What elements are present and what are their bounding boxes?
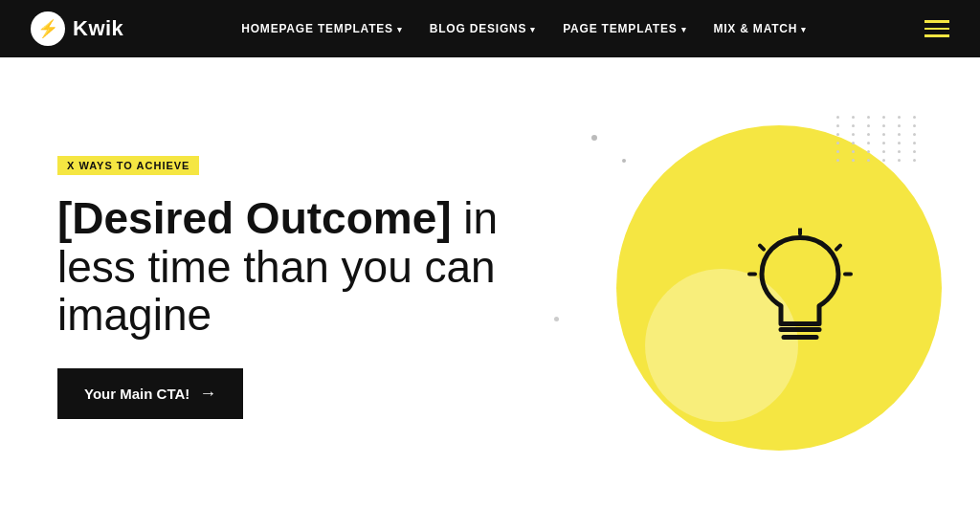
dot xyxy=(852,150,855,153)
hamburger-menu-button[interactable] xyxy=(924,20,949,37)
dot xyxy=(867,116,870,119)
dot xyxy=(836,159,839,162)
svg-line-4 xyxy=(836,245,840,249)
hero-badge: X WAYS TO ACHIEVE xyxy=(57,156,199,175)
logo-area: ⚡ Kwik xyxy=(31,11,123,46)
dot-pattern xyxy=(836,116,923,192)
chevron-down-icon: ▾ xyxy=(801,25,807,34)
chevron-down-icon: ▾ xyxy=(530,25,536,34)
navbar: ⚡ Kwik HOMEPAGE TEMPLATES ▾ BLOG DESIGNS… xyxy=(0,0,980,57)
dot xyxy=(913,159,916,162)
dot xyxy=(852,159,855,162)
nav-item-homepage-templates[interactable]: HOMEPAGE TEMPLATES ▾ xyxy=(232,14,412,43)
dot xyxy=(898,142,901,144)
dot-decoration xyxy=(591,135,597,141)
lightbulb-icon xyxy=(747,228,853,352)
dot xyxy=(852,124,855,127)
chevron-down-icon: ▾ xyxy=(681,25,687,34)
dot xyxy=(898,116,901,119)
dot xyxy=(867,124,870,127)
dot xyxy=(836,133,839,136)
hero-headline: [Desired Outcome] in less time than you … xyxy=(57,194,559,340)
chevron-down-icon: ▾ xyxy=(397,25,403,34)
dot xyxy=(913,142,916,144)
dot xyxy=(913,133,916,136)
dot xyxy=(913,116,916,119)
dot xyxy=(882,124,885,127)
dot xyxy=(913,150,916,153)
dot xyxy=(898,133,901,136)
dot xyxy=(836,150,839,153)
nav-links: HOMEPAGE TEMPLATES ▾ BLOG DESIGNS ▾ PAGE… xyxy=(123,14,924,43)
dot xyxy=(882,150,885,153)
dot xyxy=(867,159,870,162)
dot xyxy=(898,150,901,153)
dot-decoration xyxy=(622,159,626,163)
logo-icon: ⚡ xyxy=(31,11,65,46)
nav-item-mix-match[interactable]: MIX & MATCH ▾ xyxy=(703,14,816,43)
dot xyxy=(836,124,839,127)
dot xyxy=(852,116,855,119)
nav-item-blog-designs[interactable]: BLOG DESIGNS ▾ xyxy=(420,14,546,43)
dot xyxy=(867,133,870,136)
bolt-icon: ⚡ xyxy=(37,20,58,37)
dot xyxy=(867,150,870,153)
hero-graphic xyxy=(559,106,923,470)
dot xyxy=(898,159,901,162)
nav-item-page-templates[interactable]: PAGE TEMPLATES ▾ xyxy=(553,14,696,43)
dot xyxy=(898,124,901,127)
cta-label: Your Main CTA! xyxy=(84,386,189,402)
dot xyxy=(836,142,839,144)
svg-line-3 xyxy=(760,245,764,249)
dot xyxy=(913,124,916,127)
hero-section: X WAYS TO ACHIEVE [Desired Outcome] in l… xyxy=(0,57,980,508)
hero-headline-bold: [Desired Outcome] xyxy=(57,193,452,243)
cta-button[interactable]: Your Main CTA! → xyxy=(57,368,243,419)
logo-text: Kwik xyxy=(73,16,123,41)
dot xyxy=(867,142,870,144)
arrow-icon: → xyxy=(199,384,216,404)
dot xyxy=(882,116,885,119)
dot xyxy=(852,142,855,144)
dot xyxy=(836,116,839,119)
hero-content: X WAYS TO ACHIEVE [Desired Outcome] in l… xyxy=(57,156,559,419)
dot xyxy=(882,133,885,136)
dot xyxy=(852,133,855,136)
dot xyxy=(882,159,885,162)
dot xyxy=(882,142,885,144)
